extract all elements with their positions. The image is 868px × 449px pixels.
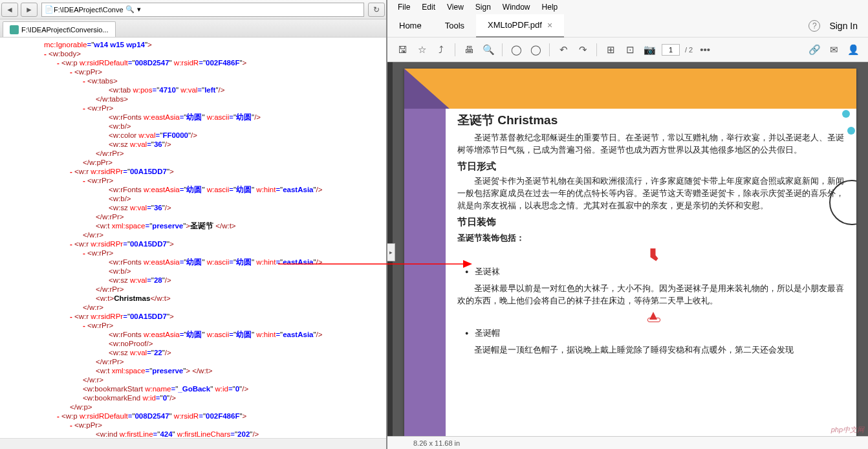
account-icon[interactable]: 👤 xyxy=(846,43,860,57)
doc-paragraph: 圣诞袜最早以前是一对红色的大袜子，大小不拘。因为圣诞袜子是用来装礼物的，所以是小… xyxy=(457,282,846,307)
help-icon[interactable]: ? xyxy=(808,20,820,32)
signin-link[interactable]: Sign In xyxy=(829,21,858,31)
redo-icon[interactable]: ↷ xyxy=(576,43,590,57)
next-page-icon[interactable]: ◯ xyxy=(528,43,543,57)
pdf-page[interactable]: 圣诞节 Christmas 圣诞节基督教纪念耶稣诞生的重要节日。在圣诞节，常以互… xyxy=(404,69,856,436)
doc-heading: 节日装饰 xyxy=(457,215,846,228)
search-icon[interactable]: 🔍 xyxy=(481,43,495,57)
decorative-dot xyxy=(847,127,855,135)
ie-browser-pane: ◄ ► 📄 F:\IDEAProject\Conve 🔍 ▾ ↻ F:\IDEA… xyxy=(0,0,387,449)
xml-source-view[interactable]: mc:Ignorable="w14 w15 wp14"> - <w:body> … xyxy=(0,38,386,438)
header-actions: ? Sign In xyxy=(808,20,868,32)
bullet-item: 圣诞袜 xyxy=(457,265,846,278)
horizontal-scrollbar[interactable] xyxy=(0,438,386,449)
tab-document-label: XMLtoPDF.pdf xyxy=(488,20,542,30)
bullet-item: 圣诞帽 xyxy=(457,327,846,340)
fit-width-icon[interactable]: ⊞ xyxy=(603,43,618,57)
folder-icon: 📄 xyxy=(45,5,54,14)
page-decorative-sidebar xyxy=(404,109,446,436)
doc-paragraph: 圣诞帽是一顶红色帽子，据说晚上戴上睡觉除了睡得安稳和有点暖外，第二天还会发现 xyxy=(457,344,846,356)
nav-back-button[interactable]: ◄ xyxy=(1,3,18,17)
ie-header: ◄ ► 📄 F:\IDEAProject\Conve 🔍 ▾ ↻ xyxy=(0,0,386,19)
link-icon[interactable]: 🔗 xyxy=(807,43,821,57)
santa-hat-icon xyxy=(647,312,659,322)
expand-sidebar-button[interactable]: ▸ xyxy=(387,243,395,261)
menu-edit[interactable]: Edit xyxy=(417,3,440,12)
watermark: php中文网 xyxy=(831,425,864,435)
pdf-statusbar: 8.26 x 11.68 in xyxy=(387,436,868,449)
ie-favicon-icon xyxy=(10,25,19,34)
sock-icon xyxy=(648,248,658,261)
doc-heading: 节日形式 xyxy=(457,160,846,172)
search-icon: 🔍 xyxy=(125,5,135,14)
upload-icon[interactable]: ⤴ xyxy=(434,43,448,57)
print-icon[interactable]: 🖶 xyxy=(462,43,476,57)
menu-file[interactable]: File xyxy=(393,3,415,12)
tab-home[interactable]: Home xyxy=(387,14,433,38)
tab-document[interactable]: XMLtoPDF.pdf × xyxy=(476,14,564,38)
pdf-toolbar: 🖫 ☆ ⤴ 🖶 🔍 ◯ ◯ ↶ ↷ ⊞ ⊡ 📷 / 2 ••• 🔗 ✉ 👤 xyxy=(387,38,868,62)
nav-forward-button[interactable]: ► xyxy=(21,3,38,17)
menu-view[interactable]: View xyxy=(442,3,469,12)
doc-paragraph: 圣诞节基督教纪念耶稣诞生的重要节日。在圣诞节，常以互赠礼物，举行欢宴，并以圣诞老… xyxy=(457,131,846,156)
page-total: / 2 xyxy=(685,46,693,54)
page-content: 圣诞节 Christmas 圣诞节基督教纪念耶稣诞生的重要节日。在圣诞节，常以互… xyxy=(446,109,856,436)
doc-title: 圣诞节 Christmas xyxy=(457,114,846,126)
address-text: F:\IDEAProject\Conve xyxy=(54,6,124,14)
pdf-menubar: File Edit View Sign Window Help xyxy=(387,0,868,14)
page-number-input[interactable] xyxy=(662,44,680,56)
pdf-tab-bar: Home Tools XMLtoPDF.pdf × ? Sign In xyxy=(387,14,868,38)
refresh-button[interactable]: ↻ xyxy=(368,3,385,17)
ie-tab-active[interactable]: F:\IDEAProject\Conversio... xyxy=(3,21,116,37)
snapshot-icon[interactable]: 📷 xyxy=(642,43,656,57)
menu-window[interactable]: Window xyxy=(497,3,536,12)
decorative-dot xyxy=(842,110,850,118)
page-dimensions: 8.26 x 11.68 in xyxy=(413,439,460,447)
email-icon[interactable]: ✉ xyxy=(827,43,841,57)
close-icon[interactable]: × xyxy=(547,20,552,30)
pdf-viewport: ▸ 圣诞节 Christmas 圣诞节基督教纪念耶稣诞生的重要节日。在圣诞节，常… xyxy=(387,62,868,436)
doc-paragraph: 圣诞贺卡作为圣诞节礼物在美国和欧洲很流行，许多家庭随贺卡带上年度家庭合照或家庭新… xyxy=(457,175,846,212)
save-icon[interactable]: 🖫 xyxy=(395,43,409,57)
tab-tools[interactable]: Tools xyxy=(433,14,476,38)
undo-icon[interactable]: ↶ xyxy=(556,43,570,57)
prev-page-icon[interactable]: ◯ xyxy=(509,43,523,57)
star-icon[interactable]: ☆ xyxy=(415,43,429,57)
page-decorative-header xyxy=(404,69,856,109)
menu-sign[interactable]: Sign xyxy=(470,3,496,12)
fit-page-icon[interactable]: ⊡ xyxy=(623,43,637,57)
ie-tab-bar: F:\IDEAProject\Conversio... xyxy=(0,19,386,38)
more-icon[interactable]: ••• xyxy=(698,43,712,57)
pdf-reader-pane: File Edit View Sign Window Help Home Too… xyxy=(387,0,868,449)
address-bar[interactable]: 📄 F:\IDEAProject\Conve 🔍 ▾ xyxy=(41,3,364,17)
doc-subheading: 圣诞节装饰包括： xyxy=(457,232,846,244)
menu-help[interactable]: Help xyxy=(537,3,563,12)
tab-title: F:\IDEAProject\Conversio... xyxy=(21,26,109,34)
